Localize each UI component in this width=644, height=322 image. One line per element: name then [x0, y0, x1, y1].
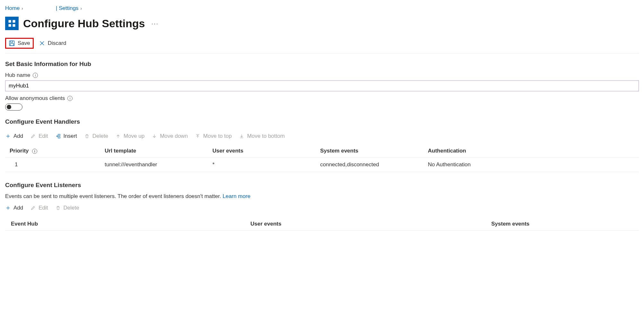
- col-priority-label: Priority: [10, 148, 29, 154]
- anon-clients-label-text: Allow anonymous clients: [5, 95, 65, 102]
- svg-rect-5: [11, 41, 13, 43]
- arrow-top-icon: [195, 133, 201, 139]
- col-event-hub[interactable]: Event Hub: [5, 218, 246, 231]
- close-icon: [39, 40, 45, 46]
- anon-clients-toggle[interactable]: [5, 103, 22, 111]
- chevron-right-icon: ›: [81, 6, 82, 11]
- arrow-up-icon: [115, 133, 121, 139]
- info-icon[interactable]: i: [33, 73, 38, 78]
- col-priority[interactable]: Priority i: [5, 144, 100, 158]
- pencil-icon: [30, 205, 36, 211]
- page-toolbar: Save Discard: [5, 37, 639, 54]
- save-icon: [9, 40, 15, 46]
- page-header: Configure Hub Settings ···: [5, 15, 639, 37]
- arrow-bottom-icon: [239, 133, 245, 139]
- listeners-helper-text: Events can be sent to multiple event lis…: [5, 193, 223, 199]
- col-user-events[interactable]: User events: [246, 218, 487, 231]
- page-title: Configure Hub Settings: [23, 17, 145, 30]
- cell-priority: 1: [5, 158, 100, 172]
- info-icon[interactable]: i: [32, 149, 37, 154]
- listeners-helper: Events can be sent to multiple event lis…: [5, 193, 639, 200]
- hub-name-label-text: Hub name: [5, 72, 30, 78]
- handlers-movedown-button[interactable]: Move down: [151, 133, 188, 139]
- listeners-table: Event Hub User events System events: [5, 218, 639, 231]
- handlers-add-button[interactable]: Add: [5, 133, 23, 139]
- handlers-delete-button[interactable]: Delete: [84, 133, 108, 139]
- hub-service-icon: [5, 17, 19, 30]
- handlers-movetop-button[interactable]: Move to top: [195, 133, 232, 139]
- svg-rect-3: [13, 24, 15, 27]
- chevron-right-icon: ›: [21, 6, 23, 11]
- handlers-edit-button[interactable]: Edit: [30, 133, 48, 139]
- breadcrumb: Home › | Settings ›: [5, 3, 639, 15]
- add-label: Add: [13, 133, 23, 139]
- delete-label: Delete: [64, 205, 79, 211]
- discard-button[interactable]: Discard: [36, 38, 70, 48]
- section-handlers-title: Configure Event Handlers: [5, 118, 639, 125]
- col-url[interactable]: Url template: [100, 144, 208, 158]
- insert-label: Insert: [64, 133, 77, 139]
- save-button[interactable]: Save: [5, 38, 34, 49]
- svg-rect-0: [9, 20, 11, 23]
- toggle-knob: [7, 105, 11, 109]
- col-auth[interactable]: Authentication: [424, 144, 639, 158]
- movedown-label: Move down: [160, 133, 188, 139]
- handlers-insert-button[interactable]: Insert: [55, 133, 77, 139]
- save-label: Save: [18, 40, 30, 46]
- more-button[interactable]: ···: [150, 20, 161, 27]
- movebottom-label: Move to bottom: [247, 133, 285, 139]
- svg-rect-6: [10, 44, 13, 46]
- svg-rect-12: [58, 137, 60, 138]
- delete-label: Delete: [92, 133, 108, 139]
- cell-url: tunnel:///eventhandler: [100, 158, 208, 172]
- add-label: Add: [13, 205, 23, 211]
- listeners-add-button[interactable]: Add: [5, 205, 23, 211]
- pencil-icon: [30, 133, 36, 139]
- plus-icon: [5, 133, 11, 139]
- breadcrumb-settings[interactable]: | Settings: [56, 5, 79, 12]
- edit-label: Edit: [39, 133, 48, 139]
- listeners-edit-button[interactable]: Edit: [30, 205, 48, 211]
- col-system-events[interactable]: System events: [316, 144, 424, 158]
- trash-icon: [84, 133, 90, 139]
- hub-name-label: Hub name i: [5, 72, 639, 78]
- discard-label: Discard: [48, 40, 66, 46]
- col-user-events[interactable]: User events: [208, 144, 316, 158]
- col-system-events[interactable]: System events: [487, 218, 639, 231]
- listeners-command-bar: Add Edit Delete: [5, 202, 639, 214]
- anon-clients-label: Allow anonymous clients i: [5, 95, 639, 102]
- svg-rect-11: [58, 134, 60, 136]
- plus-icon: [5, 205, 11, 211]
- listeners-delete-button[interactable]: Delete: [55, 205, 79, 211]
- handlers-movebottom-button[interactable]: Move to bottom: [239, 133, 285, 139]
- info-icon[interactable]: i: [67, 96, 73, 101]
- insert-icon: [55, 133, 61, 139]
- svg-rect-2: [9, 24, 11, 27]
- movetop-label: Move to top: [203, 133, 232, 139]
- section-basic-title: Set Basic Information for Hub: [5, 61, 639, 68]
- breadcrumb-home[interactable]: Home: [5, 5, 20, 12]
- svg-rect-1: [13, 20, 15, 23]
- cell-auth: No Authentication: [424, 158, 639, 172]
- cell-user: *: [208, 158, 316, 172]
- arrow-down-icon: [151, 133, 157, 139]
- section-listeners-title: Configure Event Listeners: [5, 182, 639, 189]
- learn-more-link[interactable]: Learn more: [223, 193, 251, 199]
- trash-icon: [55, 205, 61, 211]
- edit-label: Edit: [39, 205, 48, 211]
- handlers-command-bar: Add Edit Insert Delete Move up Move down…: [5, 130, 639, 143]
- moveup-label: Move up: [124, 133, 144, 139]
- cell-system: connected,disconnected: [316, 158, 424, 172]
- table-row[interactable]: 1 tunnel:///eventhandler * connected,dis…: [5, 158, 639, 172]
- handlers-table: Priority i Url template User events Syst…: [5, 144, 639, 172]
- hub-name-input[interactable]: [5, 80, 639, 91]
- handlers-moveup-button[interactable]: Move up: [115, 133, 144, 139]
